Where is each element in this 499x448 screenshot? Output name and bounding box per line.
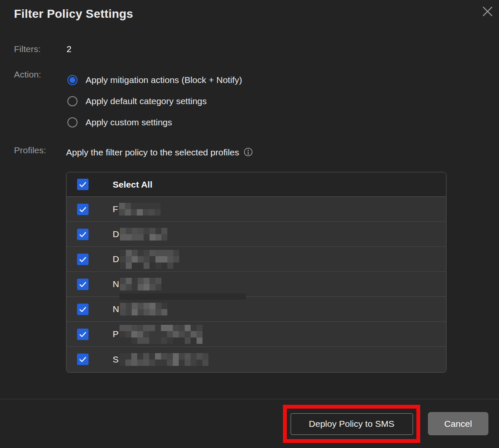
row-label: P bbox=[113, 325, 202, 344]
row-checkbox[interactable] bbox=[77, 304, 89, 315]
filters-value: 2 bbox=[67, 44, 72, 54]
row-label: D bbox=[113, 228, 167, 241]
redacted-text-blur bbox=[120, 278, 161, 290]
info-circle-icon[interactable] bbox=[244, 147, 253, 157]
redacted-text-blur bbox=[120, 228, 167, 241]
footer-divider bbox=[0, 399, 499, 399]
action-radio-group: Apply mitigation actions (Block + Notify… bbox=[67, 69, 242, 133]
cancel-button[interactable]: Cancel bbox=[428, 412, 488, 435]
table-row[interactable]: P bbox=[67, 322, 446, 347]
red-highlight-annotation: Deploy Policy to SMS bbox=[283, 405, 420, 443]
profiles-table-body: FDDNNPS bbox=[67, 197, 446, 372]
select-all-label: Select All bbox=[113, 180, 152, 190]
row-checkbox[interactable] bbox=[77, 254, 89, 265]
table-row[interactable]: D bbox=[67, 222, 446, 247]
profiles-description-text: Apply the filter policy to the selected … bbox=[66, 147, 239, 158]
row-checkbox[interactable] bbox=[77, 204, 89, 215]
select-all-row[interactable]: Select All bbox=[67, 172, 446, 197]
row-checkbox[interactable] bbox=[77, 354, 89, 365]
action-option[interactable]: Apply default category settings bbox=[67, 91, 242, 112]
table-row[interactable]: S bbox=[67, 347, 446, 372]
redacted-wide-band bbox=[119, 293, 246, 300]
action-option[interactable]: Apply mitigation actions (Block + Notify… bbox=[67, 69, 242, 91]
table-row[interactable]: N bbox=[67, 272, 446, 297]
close-icon[interactable] bbox=[481, 5, 494, 18]
deploy-policy-button[interactable]: Deploy Policy to SMS bbox=[291, 413, 413, 435]
filter-policy-settings-dialog: Filter Policy Settings Filters: 2 Action… bbox=[0, 0, 499, 448]
row-letter: N bbox=[113, 304, 119, 314]
radio-option-label: Apply default category settings bbox=[86, 96, 207, 106]
filters-label: Filters: bbox=[14, 44, 41, 54]
profiles-label: Profiles: bbox=[14, 145, 46, 155]
redacted-text-blur bbox=[120, 303, 167, 315]
redacted-text-blur bbox=[120, 250, 179, 269]
row-checkbox[interactable] bbox=[77, 279, 89, 290]
redacted-text-blur bbox=[119, 325, 202, 344]
row-letter: S bbox=[113, 354, 119, 365]
row-label: D bbox=[113, 250, 179, 269]
action-label: Action: bbox=[14, 69, 41, 80]
table-row[interactable]: D bbox=[67, 247, 446, 272]
radio-unselected-icon[interactable] bbox=[67, 96, 78, 106]
radio-selected-icon[interactable] bbox=[67, 75, 78, 85]
row-checkbox[interactable] bbox=[77, 229, 89, 240]
radio-option-label: Apply mitigation actions (Block + Notify… bbox=[86, 75, 242, 85]
profiles-table: Select All FDDNNPS bbox=[66, 172, 446, 373]
row-letter: F bbox=[113, 204, 118, 214]
row-label: S bbox=[113, 353, 208, 366]
row-label: N bbox=[113, 303, 167, 315]
select-all-checkbox[interactable] bbox=[77, 179, 89, 190]
redacted-text-blur bbox=[119, 353, 208, 366]
row-letter: P bbox=[113, 329, 119, 339]
radio-unselected-icon[interactable] bbox=[67, 117, 78, 127]
table-row[interactable]: N bbox=[67, 297, 446, 322]
redacted-text-blur bbox=[119, 203, 161, 216]
row-letter: D bbox=[113, 254, 119, 264]
profiles-description: Apply the filter policy to the selected … bbox=[66, 147, 253, 158]
page-title: Filter Policy Settings bbox=[14, 7, 133, 21]
row-checkbox[interactable] bbox=[77, 329, 89, 340]
action-option[interactable]: Apply custom settings bbox=[67, 112, 242, 133]
row-label: F bbox=[113, 203, 161, 216]
row-letter: D bbox=[113, 229, 119, 239]
row-label: N bbox=[113, 278, 161, 290]
radio-option-label: Apply custom settings bbox=[86, 117, 172, 127]
row-letter: N bbox=[113, 279, 119, 289]
table-row[interactable]: F bbox=[67, 197, 446, 222]
